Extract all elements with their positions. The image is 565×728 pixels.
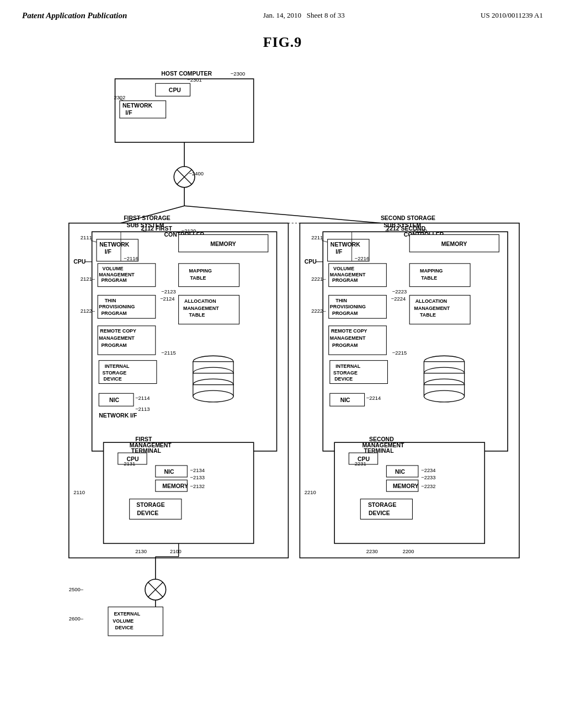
first-cpu-label: CPU (73, 259, 86, 265)
first-mgmt-storage-label: STORAGE (136, 502, 165, 508)
second-vol-mgmt-label3: PROGRAM (332, 277, 358, 283)
first-remote-label: REMOTE COPY (100, 328, 136, 334)
ref-2134: −2134 (190, 467, 205, 473)
first-nw-if-ref: 2111 (81, 234, 92, 240)
ref-2132: −2132 (190, 483, 205, 489)
ref-2233: −2233 (421, 474, 435, 480)
first-mgmt-terminal-label: FIRST (135, 436, 152, 442)
second-nw-if-ref: 2211 (311, 234, 323, 240)
header-publication-type: Patent Application Publication (22, 11, 127, 20)
ref-2222: 2222– (311, 308, 326, 314)
second-nic-label: NIC (340, 397, 350, 403)
svg-point-28 (193, 390, 233, 402)
first-internal-label: INTERNAL (105, 363, 130, 369)
second-alloc-label: ALLOCATION (415, 298, 447, 304)
second-cpu-label: CPU (305, 259, 317, 265)
svg-line-9 (184, 206, 381, 223)
header-patent-number: US 2010/0011239 A1 (481, 11, 543, 20)
first-memory-label: MEMORY (210, 241, 236, 247)
first-mapping-label2: TABLE (190, 275, 206, 281)
second-mgmt-storage-label: STORAGE (368, 502, 397, 508)
second-nw-if-label: NETWORK (331, 242, 360, 248)
first-memory-ref: −2120 (182, 228, 196, 234)
second-memory-ref: −2220 (412, 228, 427, 234)
second-remote-label: REMOTE COPY (331, 328, 367, 334)
ref-2115-first: −2115 (161, 350, 175, 356)
ref-2121: 2121– (81, 276, 95, 282)
header-date-sheet: Jan. 14, 2010 Sheet 8 of 33 (263, 11, 345, 20)
second-if-label: I/F (335, 249, 342, 255)
page-header: Patent Application Publication Jan. 14, … (22, 11, 543, 23)
second-thin-label2: PROVISIONING (330, 304, 366, 309)
ref-2223: −2223 (392, 288, 407, 295)
ref-2234: −2234 (421, 467, 435, 473)
first-nw-if-label: NETWORK (99, 242, 129, 248)
first-mgmt-terminal-label2: MANAGEMENT (130, 442, 172, 448)
first-thin-label2: PROVISIONING (99, 304, 135, 309)
ref-2130: 2130 (135, 548, 147, 554)
first-alloc-label2: MANAGEMENT (183, 306, 219, 311)
ref-2210: 2210 (305, 489, 316, 495)
second-memory-label: MEMORY (441, 241, 467, 247)
second-mgmt-nic: NIC (395, 469, 405, 475)
first-internal-label2: STORAGE (102, 370, 126, 376)
ref-2214: −2214 (366, 395, 381, 401)
diagram-svg: HOST COMPUTER −2300 CPU −2301 NETWORK I/… (34, 67, 531, 702)
second-vol-mgmt-label: VOLUME (333, 266, 354, 271)
ref-2131: 2131 (124, 461, 135, 467)
first-internal-label3: DEVICE (104, 376, 122, 382)
host-if-label: I/F (125, 110, 132, 116)
host-cpu-label: CPU (169, 87, 181, 93)
first-remote-label3: PROGRAM (101, 342, 126, 348)
ref-2600: 2600– (69, 615, 84, 622)
first-if-label: I/F (105, 249, 111, 255)
network-switch-ref: −2400 (189, 170, 203, 176)
first-storage-label: FIRST STORAGE (124, 215, 170, 221)
second-alloc-label3: TABLE (420, 312, 436, 318)
svg-point-55 (424, 390, 464, 402)
first-alloc-label: ALLOCATION (184, 298, 216, 304)
diagram-container: HOST COMPUTER −2300 CPU −2301 NETWORK I/… (34, 67, 531, 704)
ref-2122: 2122– (81, 308, 95, 314)
second-internal-label: INTERNAL (335, 363, 360, 369)
ref-2114: −2114 (135, 395, 150, 401)
ref-2110: 2110 (73, 489, 85, 495)
ref-2133: −2133 (190, 474, 205, 480)
patent-page: Patent Application Publication Jan. 14, … (0, 0, 565, 728)
second-mgmt-terminal-label2: MANAGEMENT (362, 442, 404, 448)
first-network-if-conn-label: NETWORK I/F (99, 413, 137, 419)
first-thin-label: THIN (105, 298, 116, 303)
second-mgmt-terminal-label: SECOND (369, 436, 394, 442)
ref-2221: 2221– (311, 276, 326, 282)
second-thin-label: THIN (335, 298, 347, 303)
host-network-if-label: NETWORK (122, 103, 152, 109)
ref-2224: −2224 (391, 296, 406, 302)
first-mgmt-memory: MEMORY (162, 483, 188, 489)
first-remote-label2: MANAGEMENT (99, 335, 135, 341)
second-alloc-label2: MANAGEMENT (414, 306, 450, 311)
ref-2113: −2113 (135, 406, 150, 412)
external-volume-label2: VOLUME (113, 618, 134, 624)
first-thin-label3: PROGRAM (101, 311, 126, 316)
ref-2124: −2124 (160, 296, 174, 302)
second-mapping-label2: TABLE (421, 275, 437, 281)
first-mgmt-storage-label2: DEVICE (137, 510, 158, 516)
first-vol-mgmt-label3: PROGRAM (101, 277, 126, 283)
second-mapping-label: MAPPING (420, 268, 443, 274)
second-internal-label3: DEVICE (334, 376, 353, 382)
ref-2215-second: −2215 (392, 350, 407, 356)
first-mapping-label: MAPPING (189, 268, 212, 274)
second-storage-label: SECOND STORAGE (381, 215, 435, 221)
ref-2123: −2123 (161, 288, 175, 295)
first-vol-mgmt-label2: MANAGEMENT (99, 272, 135, 277)
second-mgmt-storage-label2: DEVICE (369, 510, 390, 516)
ref-2231: 2231 (355, 461, 366, 467)
host-computer-label: HOST COMPUTER (161, 71, 212, 77)
ref-2100: 2100 (170, 548, 182, 554)
svg-rect-18 (179, 264, 239, 287)
ref-2500: 2500– (69, 586, 84, 592)
first-mgmt-nic: NIC (164, 469, 174, 475)
ref-2216: −2216 (355, 255, 369, 261)
host-cpu-ref: −2301 (187, 77, 201, 83)
host-computer-ref: −2300 (231, 71, 245, 77)
